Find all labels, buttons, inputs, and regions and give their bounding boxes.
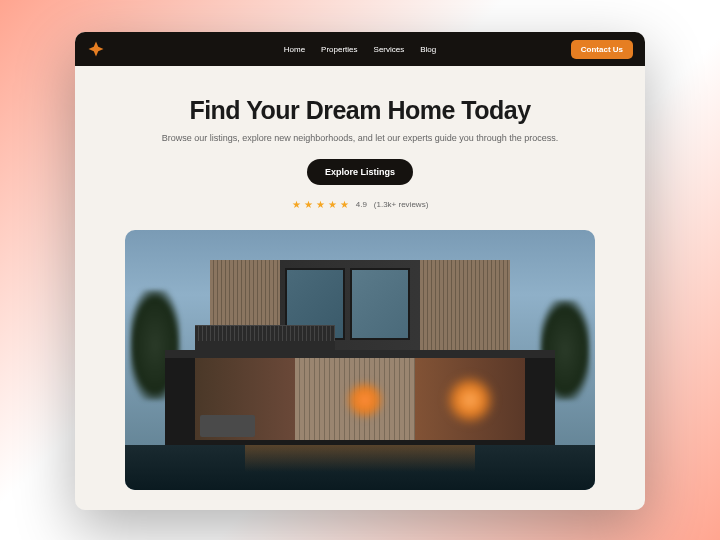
rating-reviews: (1.3k+ reviews): [374, 200, 428, 209]
balcony: [195, 325, 335, 350]
hero-subtitle: Browse our listings, explore new neighbo…: [95, 133, 625, 143]
star-icon: ★: [316, 199, 325, 210]
explore-button[interactable]: Explore Listings: [307, 159, 413, 185]
nav-link-blog[interactable]: Blog: [420, 45, 436, 54]
star-icon: ★: [292, 199, 301, 210]
star-icon: ★: [340, 199, 349, 210]
hero-section: Find Your Dream Home Today Browse our li…: [75, 66, 645, 510]
sofa: [200, 415, 255, 437]
rating-row: ★ ★ ★ ★ ★ 4.9 (1.3k+ reviews): [95, 199, 625, 210]
navbar: Home Properties Services Blog Contact Us: [75, 32, 645, 66]
light-glow: [345, 380, 385, 420]
logo-icon[interactable]: [87, 40, 105, 58]
light-glow: [445, 375, 495, 425]
reflection: [245, 445, 475, 490]
hero-title: Find Your Dream Home Today: [95, 96, 625, 125]
nav-link-services[interactable]: Services: [374, 45, 405, 54]
window: [350, 268, 410, 340]
nav-link-properties[interactable]: Properties: [321, 45, 357, 54]
roof-edge: [165, 350, 555, 358]
rating-value: 4.9: [356, 200, 367, 209]
house-illustration: [125, 230, 595, 490]
hero-image: [125, 230, 595, 490]
nav-links: Home Properties Services Blog: [284, 45, 437, 54]
balcony-rail: [195, 326, 335, 341]
contact-button[interactable]: Contact Us: [571, 40, 633, 59]
wood-slats: [420, 260, 510, 350]
pool: [125, 445, 595, 490]
page-container: Home Properties Services Blog Contact Us…: [75, 32, 645, 510]
nav-link-home[interactable]: Home: [284, 45, 305, 54]
star-icon: ★: [328, 199, 337, 210]
star-icon: ★: [304, 199, 313, 210]
